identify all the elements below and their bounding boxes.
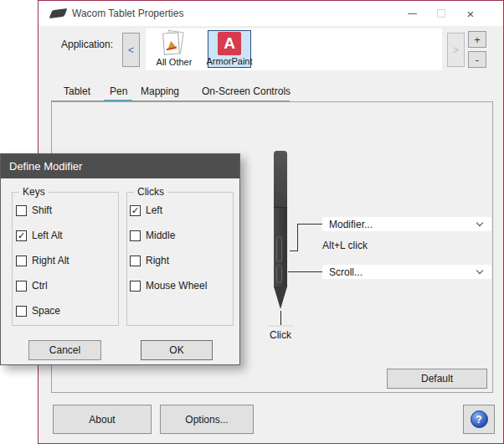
define-modifier-dialog: Define Modifier Keys Shift ✓ Left Alt Ri… — [0, 153, 240, 365]
pen-tip-connector-line — [280, 311, 281, 325]
pen-tip-underline — [267, 325, 294, 327]
about-button[interactable]: About — [53, 405, 152, 434]
modifier-connector-line — [290, 250, 297, 251]
application-tile-all-other[interactable]: All Other — [153, 30, 195, 68]
checkbox-left-click[interactable]: ✓ Left — [130, 204, 162, 216]
pen-illustration-tip — [274, 287, 287, 309]
application-tile-armorpaint[interactable]: A ArmorPaint — [208, 30, 251, 68]
tab-pen[interactable]: Pen — [110, 85, 127, 97]
help-button[interactable]: ? — [463, 405, 495, 434]
scroll-dropdown-value: Scroll... — [329, 266, 363, 278]
help-question-icon: ? — [471, 410, 488, 428]
armorpaint-icon: A — [218, 32, 241, 55]
pen-illustration-grip — [274, 207, 287, 287]
checkbox-box[interactable] — [16, 205, 27, 216]
checkbox-box[interactable] — [130, 281, 141, 292]
checkbox-box[interactable] — [130, 256, 141, 266]
scroll-dropdown[interactable]: Scroll... — [322, 265, 491, 279]
checkbox-box[interactable] — [16, 256, 27, 266]
options-button[interactable]: Options... — [160, 405, 254, 434]
default-button[interactable]: Default — [387, 369, 487, 389]
tab-tablet[interactable]: Tablet — [64, 85, 90, 97]
application-list: All Other A ArmorPaint — [146, 28, 442, 70]
pen-upper-side-switch — [276, 236, 282, 262]
maximize-button — [427, 1, 455, 26]
checkbox-box[interactable]: ✓ — [16, 230, 27, 241]
screen: Wacom Tablet Properties × Application: <… — [0, 0, 504, 444]
modifier-dropdown[interactable]: Modifier... — [322, 217, 491, 231]
checkbox-left-alt[interactable]: ✓ Left Alt — [16, 230, 63, 241]
checkbox-right-alt[interactable]: Right Alt — [16, 255, 69, 266]
wacom-tablet-icon — [49, 8, 68, 18]
checkbox-ctrl[interactable]: Ctrl — [16, 280, 48, 292]
window-title: Wacom Tablet Properties — [72, 8, 183, 19]
modifier-connector-line — [297, 224, 322, 225]
checkbox-middle-click[interactable]: Middle — [130, 230, 175, 241]
clicks-group-label: Clicks — [134, 186, 167, 198]
modifier-connector-line — [297, 224, 298, 251]
tab-on-screen-controls[interactable]: On-Screen Controls — [202, 85, 291, 97]
checkbox-box[interactable] — [130, 230, 141, 241]
pen-lower-side-switch — [276, 265, 282, 283]
ok-button[interactable]: OK — [141, 340, 213, 360]
pen-illustration-barrel — [274, 151, 287, 208]
checkbox-box[interactable]: ✓ — [130, 205, 141, 216]
checkbox-space[interactable]: Space — [16, 305, 60, 317]
dialog-title: Define Modifier — [9, 160, 82, 173]
application-prev-button[interactable]: < — [122, 33, 140, 67]
tab-mapping[interactable]: Mapping — [141, 85, 179, 97]
minimize-icon — [408, 13, 417, 14]
close-button[interactable]: × — [456, 1, 485, 26]
cancel-button[interactable]: Cancel — [28, 340, 101, 360]
pen-tip-function-label: Click — [261, 329, 300, 341]
keys-group-label: Keys — [19, 186, 49, 198]
checkbox-box[interactable] — [16, 281, 27, 292]
chevron-down-icon — [476, 219, 483, 226]
remove-application-button[interactable]: - — [468, 51, 486, 68]
keys-group: Keys Shift ✓ Left Alt Right Alt Ctrl Spa… — [12, 192, 119, 326]
minimize-button[interactable] — [398, 1, 426, 26]
scroll-connector-line — [288, 271, 322, 272]
clicks-group: Clicks ✓ Left Middle Right Mouse Wheel — [126, 192, 234, 326]
add-application-button[interactable]: + — [468, 31, 486, 48]
checkbox-shift[interactable]: Shift — [16, 204, 52, 216]
application-label: Application: — [61, 39, 113, 50]
chevron-down-icon — [476, 267, 483, 274]
title-bar[interactable]: Wacom Tablet Properties × — [39, 1, 503, 26]
application-name: All Other — [157, 57, 193, 67]
checkbox-box[interactable] — [16, 306, 27, 317]
modifier-current-setting: Alt+L click — [322, 240, 368, 251]
maximize-icon — [437, 9, 445, 18]
application-name: ArmorPaint — [206, 56, 252, 66]
checkbox-mouse-wheel[interactable]: Mouse Wheel — [130, 280, 207, 292]
all-other-apps-icon — [163, 31, 185, 56]
application-next-button: > — [447, 33, 465, 67]
checkbox-right-click[interactable]: Right — [130, 255, 169, 266]
modifier-dropdown-value: Modifier... — [329, 219, 373, 230]
dialog-title-bar[interactable]: Define Modifier — [1, 154, 239, 178]
